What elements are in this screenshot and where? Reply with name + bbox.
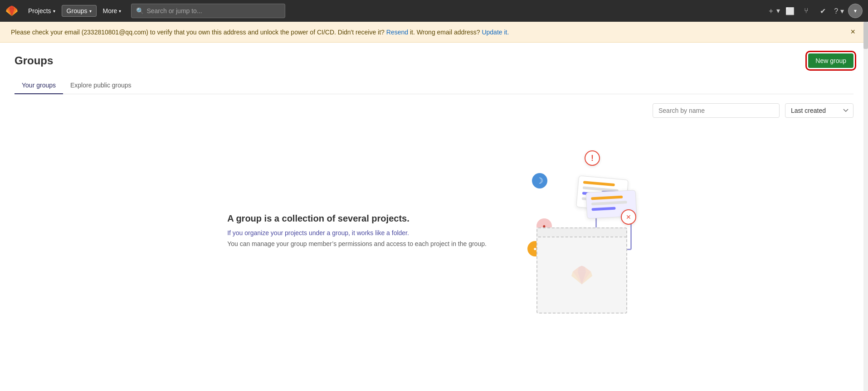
new-group-button[interactable]: New group [808,53,853,68]
nav-actions: ＋ ▾ ⬜ ⑂ ✔ ? ▾ ▾ [766,4,863,18]
scrollbar-track[interactable] [863,22,868,343]
empty-state-heading: A group is a collection of several proje… [227,213,487,224]
banner-text: Please check your email (2332810801@qq.c… [11,29,509,36]
groups-chevron-icon: ▾ [89,9,92,14]
help-button[interactable]: ? ▾ [832,4,846,18]
update-link[interactable]: Update it. [482,29,509,36]
empty-state-illustration: ! ☽ ● ● ✓ ✕ [523,150,641,314]
moon-icon: ☽ [532,173,547,188]
user-avatar-button[interactable]: ▾ [848,4,863,18]
navbar: Projects ▾ Groups ▾ More ▾ 🔍 ＋ ▾ ⬜ ⑂ ✔ ?… [0,0,868,22]
groups-menu-button[interactable]: Groups ▾ [62,5,97,17]
exclamation-icon: ! [585,150,600,166]
empty-state-text: A group is a collection of several proje… [227,213,487,251]
doc-card2-line-purple [591,207,615,211]
global-search-input[interactable] [146,7,280,14]
page-title: Groups [15,54,53,67]
tab-explore-public-groups[interactable]: Explore public groups [63,77,139,94]
main-content: Groups New group Your groups Explore pub… [0,43,868,343]
avatar-icon: ▾ [854,8,857,14]
more-chevron-icon: ▾ [119,9,121,14]
search-by-name-input[interactable] [653,103,780,118]
folder-front [536,237,627,314]
tab-your-groups[interactable]: Your groups [15,77,63,94]
global-search-bar: 🔍 [131,4,285,18]
search-icon: 🔍 [136,7,144,14]
header-actions: New group [808,53,853,68]
projects-menu-button[interactable]: Projects ▾ [24,5,60,16]
projects-chevron-icon: ▾ [53,9,55,14]
resend-link[interactable]: Resend [386,29,408,36]
doc-card2-line-gray [591,201,627,205]
gitlab-fox-icon [571,264,593,286]
empty-state-line1: If you organize your projects under a gr… [227,229,487,237]
doc-line-orange [583,181,615,186]
snippets-button[interactable]: ⬜ [783,4,797,18]
empty-state: A group is a collection of several proje… [15,132,853,332]
groups-tabs: Your groups Explore public groups [15,77,853,94]
folder-box [536,223,627,314]
todos-button[interactable]: ✔ [815,4,830,18]
doc-card2-line-orange [591,196,623,200]
new-item-button[interactable]: ＋ ▾ [766,4,781,18]
banner-close-button[interactable]: × [848,27,857,37]
scrollbar-thumb[interactable] [863,22,868,49]
gitlab-logo[interactable] [5,5,18,17]
x-close-icon: ✕ [621,209,636,225]
verification-banner: Please check your email (2332810801@qq.c… [0,22,868,43]
merge-requests-button[interactable]: ⑂ [799,4,814,18]
filter-row: Last created Name Oldest created Recentl… [15,103,853,118]
more-menu-button[interactable]: More ▾ [98,5,126,16]
sort-select[interactable]: Last created Name Oldest created Recentl… [785,103,853,118]
empty-state-line2: You can manage your group member’s permi… [227,240,487,247]
page-header: Groups New group [15,53,853,68]
